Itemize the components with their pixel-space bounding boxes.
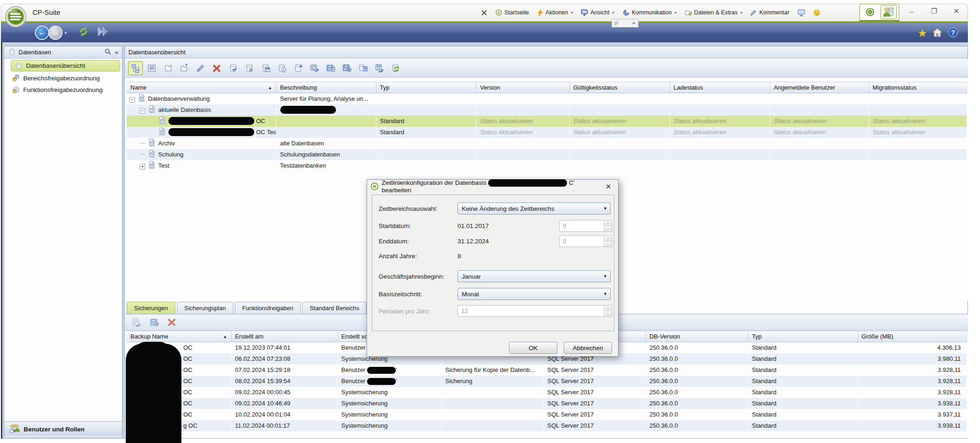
- backup-table-row[interactable]: OC09.02.2024 10:46:49SystemsicherungSQL …: [127, 398, 967, 409]
- main-table-row[interactable]: −aktuelle Datenbasis: [127, 104, 967, 116]
- backup-column-header[interactable]: DB-Version: [645, 331, 748, 342]
- help-icon[interactable]: ?: [948, 27, 959, 40]
- column-header-name[interactable]: Name▲: [127, 82, 276, 93]
- column-header-version[interactable]: Version: [476, 82, 569, 93]
- menu-item-kommentar[interactable]: Kommentar: [747, 7, 793, 18]
- tab-sicherungen[interactable]: Sicherungen: [127, 302, 175, 314]
- home-icon[interactable]: [932, 27, 943, 39]
- edit-pencil-button[interactable]: [193, 61, 208, 75]
- backup-create-button[interactable]: [323, 61, 338, 75]
- expand-node-icon[interactable]: +: [140, 164, 145, 169]
- column-header-beschreibung[interactable]: Beschreibung: [276, 82, 376, 93]
- enddatum-label: Enddatum:: [379, 238, 409, 245]
- main-table-row[interactable]: OCStandardStatus aktualisierenStatus akt…: [127, 116, 967, 127]
- geschaeftsjahresbeginn-select[interactable]: Januar▼: [458, 270, 611, 282]
- skip-forward-icon[interactable]: [97, 26, 110, 39]
- delete-button[interactable]: [209, 61, 224, 75]
- users-icon: [9, 424, 20, 435]
- sidebar-item-datenbasenübersicht[interactable]: Datenbasenübersicht: [11, 60, 120, 72]
- cp-suite-logo-icon[interactable]: [5, 6, 27, 28]
- dialog-close-icon[interactable]: ✕: [603, 182, 614, 192]
- backup-table-row[interactable]: OC08.02.2024 15:39:54Benutzer 'Sicherung…: [127, 376, 967, 387]
- list-view-button[interactable]: [144, 61, 159, 75]
- backup-column-header[interactable]: Backup Name▲: [127, 331, 231, 342]
- status-cell: [670, 138, 770, 149]
- collapse-node-icon[interactable]: −: [140, 108, 145, 114]
- db-validate-button[interactable]: [226, 61, 240, 75]
- backup-column-header[interactable]: Typ: [748, 331, 858, 342]
- sidebar-footer-users-roles[interactable]: Benutzer und Rollen: [4, 421, 122, 436]
- column-header-ladestatus[interactable]: Ladestatus: [670, 82, 770, 93]
- db-timeline-button[interactable]: [258, 61, 273, 75]
- menu-item-startseite[interactable]: Startseite: [492, 7, 532, 18]
- table-refresh-button[interactable]: [372, 61, 387, 75]
- sidebar-item-bereichsfreigabezuordnung[interactable]: Bereichsfreigabezuordnung: [4, 72, 122, 84]
- close-x-icon[interactable]: [478, 8, 490, 18]
- backup-table-row[interactable]: OC07.02.2024 15:29:18Benutzer 'Sicherung…: [127, 365, 967, 376]
- network-green-icon: [864, 6, 876, 18]
- main-table-row[interactable]: SchulungSchulungsdatenbasen: [127, 149, 967, 160]
- user-building-button[interactable]: [880, 5, 897, 19]
- column-header-typ[interactable]: Typ: [376, 82, 476, 93]
- open-folder-button[interactable]: [177, 61, 192, 75]
- db-export-button[interactable]: [290, 61, 305, 75]
- network-green-button[interactable]: [862, 5, 878, 19]
- backup-table-row[interactable]: OC09.02.2024 00:00:45SystemsicherungSQL …: [127, 387, 967, 398]
- refresh-green-button[interactable]: [388, 61, 403, 75]
- menu-item-dateien-extras[interactable]: Dateien & Extras▾: [682, 7, 746, 18]
- db-invalidate-button[interactable]: [242, 61, 257, 75]
- backup-table-row[interactable]: g OC11.02.2024 00:01:17SystemsicherungSQ…: [127, 420, 967, 431]
- tree-view-button[interactable]: [128, 61, 143, 75]
- history-dropdown-icon[interactable]: ▾: [64, 30, 67, 35]
- list-view-icon: [147, 64, 156, 73]
- enddatum-spinner[interactable]: 0 +−: [559, 235, 612, 247]
- forward-icon[interactable]: →: [48, 26, 63, 40]
- db-info-button[interactable]: i: [274, 61, 289, 75]
- backup-column-header[interactable]: Größe (MB): [858, 331, 967, 342]
- tab-sicherungsplan[interactable]: Sicherungsplan: [177, 302, 233, 314]
- column-header-angemeldete-benutzer[interactable]: Angemeldete Benutzer: [770, 82, 869, 93]
- menu-item-ansicht[interactable]: Ansicht▾: [578, 7, 617, 18]
- customize-toolbar-popup[interactable]: [612, 19, 638, 27]
- column-header-gültigkeitsstatus[interactable]: Gültigkeitsstatus: [569, 82, 670, 93]
- startdatum-spinner[interactable]: 0 +−: [559, 220, 612, 232]
- main-table-row[interactable]: +TestTestdatenbanken: [127, 160, 967, 171]
- description-cell: [276, 127, 376, 138]
- smiley-icon[interactable]: [810, 7, 824, 18]
- close-window-button[interactable]: ✕: [949, 6, 963, 17]
- cancel-button[interactable]: Abbrechen: [564, 342, 612, 354]
- ok-button[interactable]: OK: [509, 342, 557, 354]
- back-icon[interactable]: ←: [35, 26, 49, 40]
- favorite-star-icon[interactable]: ★: [918, 27, 927, 39]
- column-header-migrationsstatus[interactable]: Migrationsstatus: [869, 82, 967, 93]
- refresh-icon[interactable]: [77, 25, 90, 40]
- sidebar-item-funktionsfreigabezuordnung[interactable]: Funktionsfreigabezuordnung: [4, 84, 122, 96]
- backup-column-header[interactable]: Erstellt am: [231, 331, 337, 342]
- db-table-button[interactable]: [355, 61, 370, 75]
- main-table-row[interactable]: Archivalte Datenbasen: [127, 138, 967, 149]
- tab-funktionsfreigaben[interactable]: Funktionsfreigaben: [235, 302, 301, 314]
- basiszeitschritt-select[interactable]: Monat▼: [458, 288, 611, 300]
- screen-share-icon[interactable]: [794, 7, 808, 18]
- db-restore-button[interactable]: [307, 61, 322, 75]
- anzahl-jahre-value: 8: [458, 253, 461, 260]
- tab-standard-bereichs[interactable]: Standard Bereichs: [302, 302, 367, 314]
- menu-item-aktionen[interactable]: Aktionen▾: [534, 7, 576, 18]
- backup-camera-button[interactable]: [339, 61, 354, 75]
- menu-item-kommunikation[interactable]: Kommunikation▾: [619, 7, 680, 18]
- zeitbereichsauswahl-select[interactable]: Keine Änderung des Zeitbereichs▼: [458, 202, 611, 215]
- backup-table-row[interactable]: OC10.02.2024 00:01:04SystemsicherungSQL …: [127, 409, 967, 420]
- main-table-row[interactable]: OC Testdaten...StandardStatus aktualisie…: [127, 127, 967, 138]
- new-database-folder-button[interactable]: [161, 61, 175, 75]
- maximize-window-button[interactable]: ❐: [927, 6, 941, 17]
- main-table-row[interactable]: −DatenbasenverwaltungServer für Planung,…: [127, 93, 967, 104]
- collapse-icon[interactable]: «: [115, 49, 118, 56]
- status-cell: [476, 104, 569, 116]
- search-icon[interactable]: [104, 48, 111, 56]
- delete-button[interactable]: [164, 315, 179, 329]
- backup-restore-button[interactable]: [129, 315, 144, 329]
- minimize-window-button[interactable]: –: [905, 6, 919, 17]
- perioden-spinner[interactable]: 12 +−: [458, 305, 612, 317]
- backup-camera-button[interactable]: [147, 315, 161, 329]
- collapse-node-icon[interactable]: −: [129, 97, 135, 103]
